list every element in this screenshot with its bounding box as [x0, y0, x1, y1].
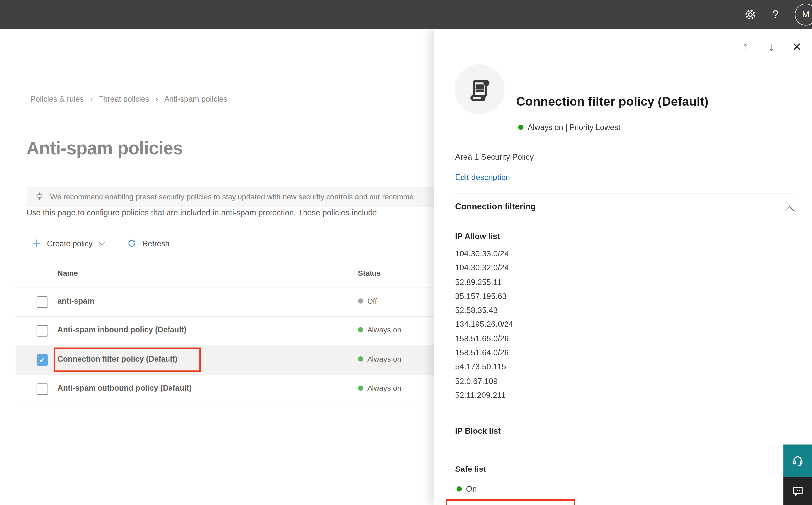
headset-icon	[791, 454, 805, 468]
breadcrumb-policies-rules[interactable]: Policies & rules	[30, 94, 83, 103]
next-item-button[interactable]: ↓	[758, 36, 784, 57]
refresh-button[interactable]: Refresh	[126, 237, 169, 248]
refresh-icon	[126, 237, 137, 248]
ip-entry: 104.30.33.0/24	[455, 246, 513, 261]
flyout-nav: ↑ ↓ ×	[733, 36, 812, 57]
breadcrumb: Policies & rules › Threat policies › Ant…	[30, 94, 227, 103]
create-policy-button[interactable]: Create policy	[31, 237, 105, 248]
status-badge: Always on	[358, 355, 401, 363]
close-icon: ×	[792, 38, 801, 55]
column-header-status[interactable]: Status	[358, 269, 381, 277]
ip-entry: 158.51.65.0/26	[455, 331, 513, 346]
policy-avatar	[455, 64, 504, 114]
policy-description: Area 1 Security Policy	[455, 152, 534, 162]
safe-list-status: On	[457, 484, 477, 494]
page-title: Anti-spam policies	[26, 138, 183, 158]
status-dot	[457, 486, 462, 492]
policy-name[interactable]: Anti-spam inbound policy (Default)	[57, 325, 186, 334]
flyout-status: Always on | Priority Lowest	[519, 123, 621, 132]
ip-entry: 158.51.64.0/26	[455, 345, 513, 360]
settings-button[interactable]	[738, 0, 763, 29]
row-checkbox-checked[interactable]: ✓	[37, 354, 48, 366]
ip-entry: 54.173.50.115	[455, 360, 513, 374]
plus-icon	[31, 237, 42, 248]
status-dot	[519, 125, 524, 130]
status-dot	[358, 328, 363, 333]
help-button[interactable]: ?	[763, 0, 788, 29]
safe-list-heading: Safe list	[455, 465, 486, 474]
flyout-title: Connection filter policy (Default)	[517, 94, 708, 109]
status-dot	[358, 356, 363, 362]
gear-icon	[744, 8, 757, 21]
row-checkbox[interactable]	[37, 296, 48, 308]
arrow-up-icon: ↑	[742, 39, 748, 53]
policy-name[interactable]: Anti-spam outbound policy (Default)	[57, 383, 192, 392]
annotation-highlight-box	[446, 499, 575, 505]
breadcrumb-anti-spam-policies: Anti-spam policies	[164, 94, 227, 103]
ip-entry: 104.30.32.0/24	[455, 261, 513, 275]
toolbar: Create policy Refresh	[31, 235, 170, 251]
previous-item-button[interactable]: ↑	[733, 36, 758, 57]
chevron-right-icon: ›	[156, 94, 158, 103]
close-flyout-button[interactable]: ×	[784, 36, 810, 57]
banner-text: We recommend enabling preset security po…	[50, 193, 414, 201]
refresh-label: Refresh	[142, 238, 170, 247]
chevron-up-icon[interactable]	[786, 206, 794, 215]
scroll-policy-icon	[466, 76, 493, 103]
status-dot	[358, 298, 363, 304]
ip-entry: 52.58.35.43	[455, 303, 513, 318]
topbar-actions: ? M	[738, 0, 812, 29]
status-badge: Always on	[358, 326, 401, 334]
breadcrumb-threat-policies[interactable]: Threat policies	[98, 94, 149, 103]
chevron-down-icon	[99, 238, 106, 245]
avatar[interactable]: M	[795, 4, 812, 25]
ip-allow-list-heading: IP Allow list	[455, 231, 499, 241]
app-viewport: ? M Policies & rules › Threat policies ›…	[0, 0, 812, 505]
lightbulb-icon	[34, 191, 45, 202]
section-title: Connection filtering	[455, 201, 536, 211]
ip-entry: 52.0.67.109	[455, 374, 513, 388]
feedback-bubble-icon	[791, 484, 805, 498]
top-app-bar: ? M	[0, 0, 812, 29]
policy-name[interactable]: Connection filter policy (Default)	[57, 354, 178, 363]
create-policy-label: Create policy	[47, 238, 92, 247]
chevron-right-icon: ›	[90, 94, 92, 103]
feedback-button[interactable]	[784, 477, 812, 505]
status-dot	[358, 385, 363, 391]
status-badge: Always on	[358, 384, 401, 392]
policy-name[interactable]: anti-spam	[57, 296, 94, 305]
status-badge: Off	[358, 297, 377, 305]
column-header-name[interactable]: Name	[57, 269, 78, 277]
row-checkbox[interactable]	[37, 325, 48, 336]
edit-description-link[interactable]: Edit description	[455, 173, 510, 182]
support-button[interactable]	[784, 445, 812, 477]
check-icon: ✓	[39, 355, 46, 365]
avatar-initial: M	[802, 9, 809, 20]
ip-block-list-heading: IP Block list	[455, 427, 500, 436]
row-checkbox[interactable]	[37, 383, 48, 394]
ip-entry: 52.11.209.211	[455, 388, 513, 402]
ip-allow-list: 104.30.33.0/24 104.30.32.0/24 52.89.255.…	[455, 246, 513, 402]
policy-details-flyout: ↑ ↓ × Connection fi	[434, 29, 812, 505]
ip-entry: 52.89.255.11	[455, 275, 513, 289]
ip-entry: 35.157.195.63	[455, 289, 513, 303]
section-divider	[455, 194, 795, 194]
ip-entry: 134.195.26.0/24	[455, 317, 513, 331]
arrow-down-icon: ↓	[768, 39, 774, 53]
help-icon: ?	[772, 8, 779, 21]
